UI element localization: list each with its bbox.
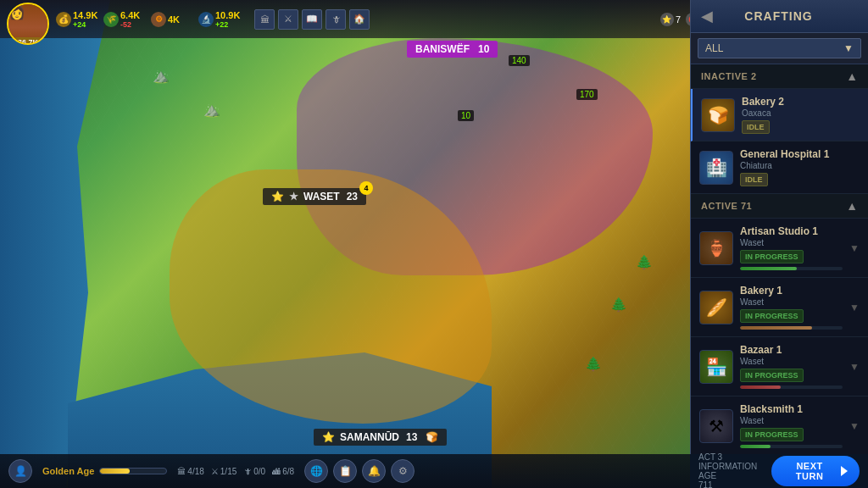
stat-ships-val: 0/0 bbox=[253, 467, 265, 476]
hp-baniswef: 140 bbox=[509, 55, 530, 66]
inactive-label: INACTIVE 2 bbox=[701, 71, 757, 81]
player-avatar[interactable]: 👩 36.7K bbox=[7, 3, 49, 45]
sci-resource[interactable]: 🔬 10.9K +22 bbox=[198, 10, 241, 29]
artisan-city: Waset bbox=[740, 238, 843, 247]
era-progress-bar bbox=[99, 468, 167, 474]
stat-ships: 🗡 0/0 bbox=[243, 467, 265, 476]
hospital-name: General Hospital 1 bbox=[740, 148, 860, 160]
stat-units-val: 1/15 bbox=[220, 467, 236, 476]
bazaar-name: Bazaar 1 bbox=[740, 344, 843, 356]
bakery1-city: Waset bbox=[740, 297, 843, 307]
map-area[interactable]: ⛰️ ⛰️ 🌲 🌲 🌲 140 170 10 BANISWËF 10 ⭐ ★ W… bbox=[0, 0, 691, 488]
forest-icon: 🌲 bbox=[636, 254, 653, 270]
bottom-avatar-icon[interactable]: 👤 bbox=[8, 459, 32, 483]
crafting-item-bakery2[interactable]: 🍞 Bakery 2 Oaxaca IDLE bbox=[691, 89, 868, 141]
city-banner-samannud[interactable]: ⭐ SAMANNŪD 13 🍞 bbox=[314, 429, 447, 446]
next-turn-area: ACT 3 INFORMATION AGE 711 NEXT TURN bbox=[690, 454, 868, 488]
action-btn-2[interactable]: ⚔ bbox=[278, 9, 298, 30]
city-banner-waset[interactable]: ⭐ ★ WASET 23 4 bbox=[263, 188, 366, 205]
resource-group: 💰 14.9K +24 🌾 6.4K -52 ⚙ 4K 🔬 10.9K bbox=[56, 10, 241, 29]
crafting-item-artisan[interactable]: 🏺 Artisan Studio 1 Waset IN PROGRESS ▼ bbox=[691, 219, 868, 278]
filter-select[interactable]: ALL ▼ bbox=[698, 38, 861, 58]
crafting-item-hospital[interactable]: 🏥 General Hospital 1 Chiatura IDLE bbox=[691, 141, 868, 194]
tr-res-1[interactable]: ⭐ 7 bbox=[660, 13, 681, 26]
food-delta: -52 bbox=[120, 20, 140, 29]
ships-icon: 🗡 bbox=[243, 467, 252, 476]
active-section-header[interactable]: ACTIVE 71 ▲ bbox=[691, 194, 868, 219]
forest-icon-3: 🌲 bbox=[585, 356, 602, 372]
hospital-status: IDLE bbox=[740, 173, 768, 186]
gold-icon: 💰 bbox=[56, 12, 71, 27]
blacksmith-expand-icon[interactable]: ▼ bbox=[849, 420, 860, 432]
stat-pop-val: 6/8 bbox=[282, 467, 294, 476]
star-icon: ★ bbox=[289, 191, 298, 202]
filter-bar: ALL ▼ bbox=[691, 33, 868, 64]
bakery1-expand-icon[interactable]: ▼ bbox=[849, 302, 860, 313]
blacksmith-name: Blacksmith 1 bbox=[740, 403, 843, 415]
action-btn-1[interactable]: 🏛 bbox=[254, 9, 275, 30]
crafting-item-bakery1[interactable]: 🥖 Bakery 1 Waset IN PROGRESS ▼ bbox=[691, 278, 868, 337]
stat-units: ⚔ 1/15 bbox=[211, 467, 236, 476]
inactive-section-header[interactable]: INACTIVE 2 ▲ bbox=[691, 64, 868, 89]
era-label: Golden Age bbox=[42, 466, 94, 476]
bazaar-status: IN PROGRESS bbox=[740, 369, 804, 382]
sci-value: 10.9K bbox=[215, 10, 240, 20]
bakery2-status: IDLE bbox=[742, 120, 770, 134]
blacksmith-info: Blacksmith 1 Waset IN PROGRESS bbox=[740, 403, 843, 448]
bottom-btn-1[interactable]: 🌐 bbox=[304, 459, 328, 483]
crafting-list[interactable]: INACTIVE 2 ▲ 🍞 Bakery 2 Oaxaca IDLE 🏥 Ge… bbox=[691, 64, 868, 488]
artisan-status: IN PROGRESS bbox=[740, 250, 804, 263]
gold-resource[interactable]: 💰 14.9K +24 bbox=[56, 10, 98, 29]
gold-value: 14.9K bbox=[73, 10, 97, 20]
food-resource[interactable]: 🌾 6.4K -52 bbox=[103, 10, 146, 29]
chevron-down-icon: ▼ bbox=[843, 42, 854, 54]
hospital-thumb: 🏥 bbox=[699, 151, 733, 185]
bottom-btn-4[interactable]: ⚙ bbox=[391, 459, 415, 483]
inactive-toggle-icon[interactable]: ▲ bbox=[846, 69, 858, 83]
bazaar-expand-icon[interactable]: ▼ bbox=[849, 361, 860, 373]
bakery1-progress-fill bbox=[740, 326, 812, 330]
blacksmith-city: Waset bbox=[740, 416, 843, 425]
era-section: Golden Age bbox=[42, 466, 167, 476]
action-btn-5[interactable]: 🏠 bbox=[349, 9, 370, 30]
info-label: INFORMATION AGE bbox=[698, 462, 771, 480]
hp-unit-2: 10 bbox=[458, 110, 474, 121]
era-progress-fill bbox=[100, 469, 130, 474]
stat-group: 🏛 4/18 ⚔ 1/15 🗡 0/0 🏙 6/8 bbox=[177, 467, 294, 476]
bottom-icon-group: 🌐 📋 🔔 ⚙ bbox=[304, 459, 415, 483]
bazaar-progress-fill bbox=[740, 385, 781, 389]
action-btn-3[interactable]: 📖 bbox=[302, 9, 322, 30]
bazaar-thumb: 🏪 bbox=[699, 350, 733, 384]
city-banner-baniswef[interactable]: BANISWËF 10 bbox=[407, 41, 498, 58]
sci-delta: +22 bbox=[215, 20, 240, 29]
tr-icon-1: ⭐ bbox=[660, 13, 674, 26]
panel-collapse-btn[interactable]: ◀ bbox=[701, 8, 713, 24]
pop-icon: 🏙 bbox=[272, 467, 281, 476]
action-btn-4[interactable]: 🗡 bbox=[326, 9, 346, 30]
bakery1-thumb: 🥖 bbox=[699, 291, 733, 324]
play-icon bbox=[841, 466, 848, 476]
blacksmith-progress-fill bbox=[740, 445, 771, 448]
active-label: ACTIVE 71 bbox=[701, 201, 752, 211]
artisan-expand-icon[interactable]: ▼ bbox=[849, 242, 860, 254]
crafting-item-blacksmith[interactable]: ⚒ Blacksmith 1 Waset IN PROGRESS ▼ bbox=[691, 396, 868, 456]
bottom-btn-3[interactable]: 🔔 bbox=[362, 459, 386, 483]
prod-resource[interactable]: ⚙ 4K bbox=[151, 12, 193, 27]
bottom-btn-2[interactable]: 📋 bbox=[333, 459, 357, 483]
bakery1-status: IN PROGRESS bbox=[740, 309, 804, 323]
gold-icon: ⭐ bbox=[271, 191, 284, 202]
blacksmith-status: IN PROGRESS bbox=[740, 428, 804, 441]
bakery2-name: Bakery 2 bbox=[742, 96, 860, 108]
stat-cities-val: 4/18 bbox=[187, 467, 203, 476]
stat-pop: 🏙 6/8 bbox=[272, 467, 294, 476]
crafting-panel: ◀ CRAFTING ALL ▼ INACTIVE 2 ▲ 🍞 Bakery 2… bbox=[690, 0, 868, 488]
active-toggle-icon[interactable]: ▲ bbox=[846, 199, 858, 213]
artisan-name: Artisan Studio 1 bbox=[740, 225, 843, 237]
panel-title: CRAFTING bbox=[744, 9, 812, 23]
artisan-progress-fill bbox=[740, 267, 797, 270]
prod-icon: ⚙ bbox=[151, 12, 166, 27]
mountain-icon: ⛰️ bbox=[153, 68, 170, 84]
crafting-item-bazaar[interactable]: 🏪 Bazaar 1 Waset IN PROGRESS ▼ bbox=[691, 337, 868, 396]
gold-delta: +24 bbox=[73, 20, 97, 29]
next-turn-button[interactable]: NEXT TURN bbox=[771, 456, 860, 486]
